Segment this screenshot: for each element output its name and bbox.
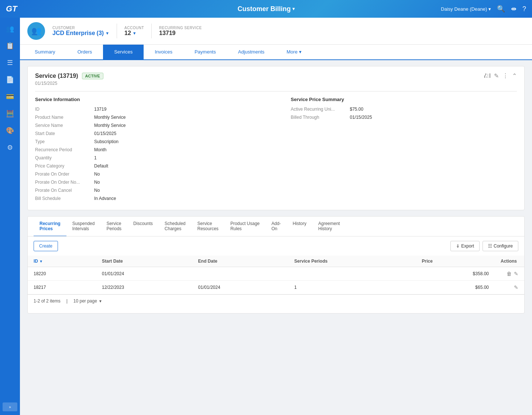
col-header-start-date[interactable]: Start Date xyxy=(96,256,192,267)
info-value-recurrence: Month xyxy=(94,147,106,152)
sub-tab-service-resources[interactable]: ServiceResources xyxy=(192,217,224,236)
info-label-price-category: Price Category xyxy=(35,163,94,169)
sidebar-item-users[interactable]: 👥 xyxy=(3,21,17,36)
app-title: Customer Billing ▾ xyxy=(237,5,294,13)
create-button[interactable]: Create xyxy=(34,241,58,251)
table-header-row: ID ▼ Start Date End Date Service Periods… xyxy=(28,256,524,267)
sub-tab-suspended-intervals[interactable]: SuspendedIntervals xyxy=(66,217,101,236)
customer-header: 👥 CUSTOMER JCD Enterprise (3) ▼ ACCOUNT … xyxy=(20,18,532,45)
tab-adjustments[interactable]: Adjustments xyxy=(227,45,276,60)
edit-icon[interactable]: ✎ xyxy=(494,72,499,79)
sidebar-item-copy[interactable]: 📋 xyxy=(3,38,17,53)
info-label-prorate-order-no: Prorate On Order No... xyxy=(35,180,94,185)
topbar: GT Customer Billing ▾ Daisy Deane (Deane… xyxy=(0,0,532,18)
sidebar-item-document[interactable]: 📄 xyxy=(3,72,17,87)
info-label-prorate-order: Prorate On Order xyxy=(35,172,94,177)
info-row-product-name: Product Name Monthly Service xyxy=(35,115,261,120)
cell-price-1: $358.00 xyxy=(416,267,495,281)
sub-tab-scheduled-charges[interactable]: ScheduledCharges xyxy=(159,217,192,236)
sub-tab-recurring-prices[interactable]: RecurringPrices xyxy=(34,217,66,236)
edit-button-1[interactable]: ✎ xyxy=(514,271,518,277)
cell-actions-2: ✎ xyxy=(495,281,524,294)
info-label-id: ID xyxy=(35,107,94,112)
recurring-block: RECURRING SERVICE 13719 xyxy=(159,26,202,37)
service-divider xyxy=(35,91,517,91)
toolbar-right: ⇓ Export ☷ Configure xyxy=(450,241,518,251)
col-header-id[interactable]: ID ▼ xyxy=(28,256,96,267)
customer-avatar: 👥 xyxy=(27,22,45,40)
sidebar-item-card[interactable]: 💳 xyxy=(3,89,17,104)
sidebar-item-list[interactable]: ☰ xyxy=(3,55,17,70)
account-dropdown-icon[interactable]: ▼ xyxy=(133,31,137,35)
export-button[interactable]: ⇓ Export xyxy=(450,241,480,251)
sub-tab-add-on[interactable]: Add-On xyxy=(265,217,286,236)
info-value-id: 13719 xyxy=(94,107,106,112)
grid-icon[interactable]: ⇼ xyxy=(511,5,516,13)
header-divider-1 xyxy=(117,24,117,38)
search-icon[interactable]: 🔍 xyxy=(497,5,505,13)
app-logo: GT xyxy=(6,4,28,14)
pagination-bar: 1-2 of 2 items | 10 per page ▼ xyxy=(28,294,524,307)
edit-button-2[interactable]: ✎ xyxy=(514,284,518,290)
title-dropdown-icon[interactable]: ▾ xyxy=(292,6,295,11)
customer-label: CUSTOMER xyxy=(52,26,109,30)
tab-summary[interactable]: Summary xyxy=(24,45,66,60)
info-value-bill-schedule: In Advance xyxy=(94,196,116,201)
tab-payments[interactable]: Payments xyxy=(183,45,227,60)
sub-tab-product-usage-rules[interactable]: Product UsageRules xyxy=(224,217,265,236)
cell-id-2: 18217 xyxy=(28,281,96,294)
hierarchy-icon[interactable]: ⛜ xyxy=(484,73,490,79)
customer-name[interactable]: JCD Enterprise (3) ▼ xyxy=(52,30,109,37)
cell-service-periods-2: 1 xyxy=(288,281,416,294)
row-actions-1: 🗑 ✎ xyxy=(501,271,518,277)
sidebar-item-settings[interactable]: ⚙ xyxy=(3,140,17,155)
configure-button[interactable]: ☷ Configure xyxy=(483,241,518,251)
pagination-divider: | xyxy=(66,298,68,304)
sub-tab-history[interactable]: History xyxy=(287,217,312,236)
account-value[interactable]: 12 ▼ xyxy=(124,30,144,37)
user-menu[interactable]: Daisy Deane (Deane) ▾ xyxy=(441,6,491,12)
info-value-prorate-cancel: No xyxy=(94,188,100,193)
info-row-id: ID 13719 xyxy=(35,107,261,112)
tab-services[interactable]: Services xyxy=(103,45,144,60)
service-info-title: Service Information xyxy=(35,97,261,102)
header-divider-2 xyxy=(151,24,152,38)
info-value-service-name: Monthly Service xyxy=(94,123,126,128)
service-title-block: Service (13719) ACTIVE xyxy=(35,73,103,79)
sidebar-item-palette[interactable]: 🎨 xyxy=(3,123,17,138)
delete-button-1[interactable]: 🗑 xyxy=(507,271,512,277)
sub-tab-discounts[interactable]: Discounts xyxy=(127,217,159,236)
per-page-selector[interactable]: 10 per page ▼ xyxy=(73,298,102,304)
main-content: 👥 CUSTOMER JCD Enterprise (3) ▼ ACCOUNT … xyxy=(20,18,532,415)
help-icon[interactable]: ? xyxy=(522,5,526,13)
content-area: Service (13719) ACTIVE ⛜ ✎ ⋮ ⌃ 01/15/202… xyxy=(20,60,532,319)
tab-invoices[interactable]: Invoices xyxy=(144,45,183,60)
sidebar-item-calculator[interactable]: 🧮 xyxy=(3,106,17,121)
info-row-prorate-cancel: Prorate On Cancel No xyxy=(35,188,261,193)
collapse-icon[interactable]: ⌃ xyxy=(512,72,517,79)
customer-dropdown-icon[interactable]: ▼ xyxy=(105,31,109,35)
info-label-quantity: Quantity xyxy=(35,155,94,160)
info-label-start-date: Start Date xyxy=(35,131,94,136)
tab-orders[interactable]: Orders xyxy=(66,45,103,60)
export-icon: ⇓ xyxy=(456,243,460,249)
col-header-price[interactable]: Price xyxy=(416,256,495,267)
col-header-service-periods[interactable]: Service Periods xyxy=(288,256,416,267)
cell-actions-1: 🗑 ✎ xyxy=(495,267,524,281)
tab-navigation: Summary Orders Services Invoices Payment… xyxy=(20,45,532,60)
info-value-start-date: 01/15/2025 xyxy=(94,131,116,136)
table-toolbar: Create ⇓ Export ☷ Configure xyxy=(28,236,524,256)
tab-more[interactable]: More ▾ xyxy=(275,45,312,60)
info-value-quantity: 1 xyxy=(94,155,97,160)
service-card: Service (13719) ACTIVE ⛜ ✎ ⋮ ⌃ 01/15/202… xyxy=(27,66,525,210)
info-row-recurrence: Recurrence Period Month xyxy=(35,147,261,152)
status-badge: ACTIVE xyxy=(82,73,103,79)
more-options-icon[interactable]: ⋮ xyxy=(502,72,508,79)
sub-tab-service-periods[interactable]: ServicePeriods xyxy=(100,217,127,236)
info-label-active-recurring: Active Recurring Uni... xyxy=(291,107,350,112)
sidebar-expand-button[interactable]: » xyxy=(3,402,17,411)
sub-tab-agreement-history[interactable]: AgreementHistory xyxy=(312,217,346,236)
bottom-section: RecurringPrices SuspendedIntervals Servi… xyxy=(27,216,525,314)
col-header-end-date[interactable]: End Date xyxy=(192,256,289,267)
recurring-prices-table: ID ▼ Start Date End Date Service Periods… xyxy=(28,256,524,294)
